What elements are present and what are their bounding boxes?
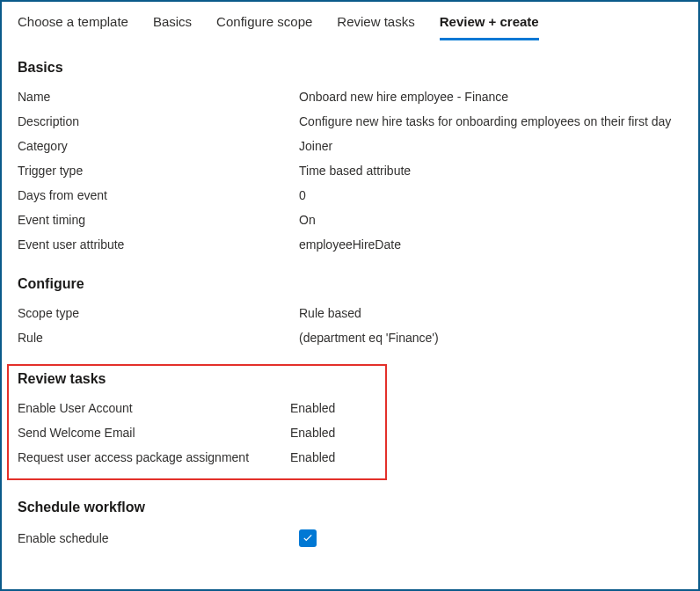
row-trigger-type: Trigger type Time based attribute: [18, 158, 682, 183]
basics-rows: Name Onboard new hire employee - Finance…: [18, 84, 682, 257]
section-review-tasks-heading: Review tasks: [18, 371, 376, 387]
value-task-welcome-email: Enabled: [290, 426, 376, 440]
enable-schedule-checkbox[interactable]: [299, 529, 317, 547]
label-description: Description: [18, 114, 299, 128]
label-rule: Rule: [18, 331, 299, 345]
value-trigger-type: Time based attribute: [299, 164, 682, 178]
value-days-from-event: 0: [299, 188, 682, 202]
check-icon: [302, 532, 314, 544]
value-rule: (department eq 'Finance'): [299, 331, 682, 345]
tab-review-create[interactable]: Review + create: [440, 14, 539, 40]
value-category: Joiner: [299, 139, 682, 153]
section-configure-heading: Configure: [18, 276, 682, 292]
label-enable-schedule: Enable schedule: [18, 531, 299, 545]
row-task-access-package: Request user access package assignment E…: [18, 445, 376, 470]
row-enable-schedule: Enable schedule: [18, 524, 682, 547]
row-rule: Rule (department eq 'Finance'): [18, 325, 682, 350]
tab-review-tasks[interactable]: Review tasks: [337, 14, 414, 40]
label-task-enable-user: Enable User Account: [18, 401, 290, 415]
configure-rows: Scope type Rule based Rule (department e…: [18, 301, 682, 350]
row-category: Category Joiner: [18, 134, 682, 158]
label-task-access-package: Request user access package assignment: [18, 450, 290, 464]
row-name: Name Onboard new hire employee - Finance: [18, 84, 682, 109]
value-description: Configure new hire tasks for onboarding …: [299, 114, 682, 128]
value-task-access-package: Enabled: [290, 450, 376, 464]
tab-configure-scope[interactable]: Configure scope: [216, 14, 312, 40]
row-event-user-attribute: Event user attribute employeeHireDate: [18, 232, 682, 257]
section-basics-heading: Basics: [18, 60, 682, 76]
wizard-frame: Choose a template Basics Configure scope…: [0, 0, 700, 591]
section-schedule-heading: Schedule workflow: [18, 500, 682, 515]
label-event-timing: Event timing: [18, 213, 299, 227]
review-tasks-highlight: Review tasks Enable User Account Enabled…: [7, 364, 387, 480]
row-event-timing: Event timing On: [18, 208, 682, 232]
tab-basics[interactable]: Basics: [153, 14, 192, 40]
label-days-from-event: Days from event: [18, 188, 299, 202]
value-event-timing: On: [299, 213, 682, 227]
tab-choose-template[interactable]: Choose a template: [18, 14, 128, 40]
row-days-from-event: Days from event 0: [18, 183, 682, 208]
row-description: Description Configure new hire tasks for…: [18, 109, 682, 134]
value-event-user-attribute: employeeHireDate: [299, 237, 682, 252]
label-trigger-type: Trigger type: [18, 164, 299, 178]
label-scope-type: Scope type: [18, 306, 299, 320]
row-task-welcome-email: Send Welcome Email Enabled: [18, 420, 376, 445]
value-scope-type: Rule based: [299, 306, 682, 320]
wizard-tabs: Choose a template Basics Configure scope…: [18, 2, 682, 40]
label-category: Category: [18, 139, 299, 153]
row-scope-type: Scope type Rule based: [18, 301, 682, 325]
value-task-enable-user: Enabled: [290, 401, 376, 415]
label-task-welcome-email: Send Welcome Email: [18, 426, 290, 440]
label-event-user-attribute: Event user attribute: [18, 237, 299, 252]
row-task-enable-user: Enable User Account Enabled: [18, 396, 376, 420]
value-name: Onboard new hire employee - Finance: [299, 90, 682, 104]
label-name: Name: [18, 90, 299, 104]
